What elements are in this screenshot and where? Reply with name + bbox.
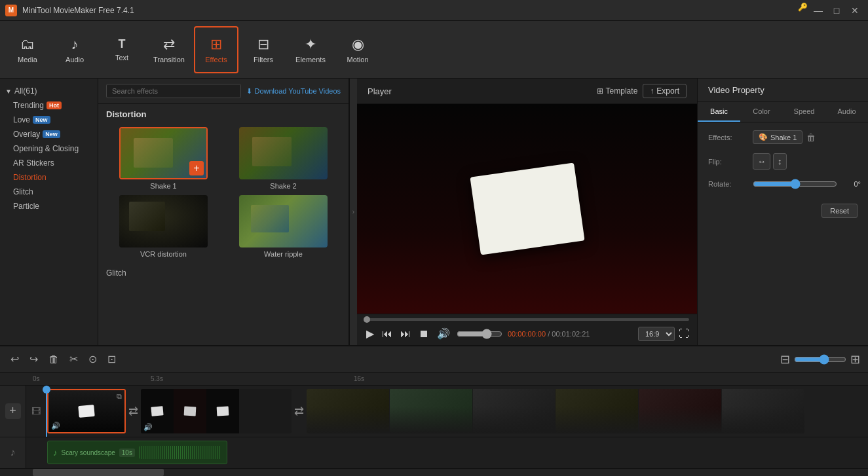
shake2-thumb[interactable] — [239, 127, 328, 179]
audio-track: ♪ Scary soundscape 10s — [26, 437, 868, 468]
fullscreen-button[interactable]: ⛶ — [679, 328, 689, 340]
crop-button[interactable]: ⊡ — [105, 350, 119, 368]
redo-button[interactable]: ↪ — [27, 350, 41, 368]
toolbar-motion[interactable]: ◉ Motion — [335, 26, 380, 73]
next-button[interactable]: ⏭ — [399, 327, 412, 341]
elements-icon: ✦ — [305, 36, 316, 53]
minimize-button[interactable]: — — [810, 3, 826, 18]
sidebar-item-ar-stickers[interactable]: AR Stickers — [0, 156, 98, 170]
ar-stickers-label: AR Stickers — [13, 158, 54, 168]
flip-vertical-button[interactable]: ↕ — [773, 153, 787, 170]
delete-clip-button[interactable]: 🗑 — [46, 351, 62, 368]
player-area: Player ⊞ Template ↑ Export — [357, 79, 698, 345]
clip1-volume-icon: 🔊 — [51, 422, 60, 430]
effect-delete-button[interactable]: 🗑 — [806, 132, 816, 143]
add-media-button[interactable]: + — [5, 403, 21, 419]
progress-dot[interactable] — [364, 316, 370, 323]
timeline-scrollbar[interactable] — [0, 468, 868, 476]
toolbar-elements[interactable]: ✦ Elements — [288, 26, 333, 73]
ruler-mark-0: 0s — [33, 375, 40, 382]
template-button[interactable]: ⊞ Template — [597, 86, 638, 96]
close-button[interactable]: ✕ — [847, 3, 863, 18]
transition-2[interactable]: ⇄ — [293, 404, 305, 418]
sidebar-item-distortion[interactable]: Distortion — [0, 170, 98, 185]
video-track-icon-area: 🎞 — [26, 406, 46, 416]
play-button[interactable]: ▶ — [365, 326, 375, 341]
zoom-in-button[interactable]: ⊞ — [850, 352, 860, 367]
toolbar-audio[interactable]: ♪ Audio — [52, 26, 97, 73]
video-clip-3[interactable] — [307, 389, 804, 433]
effect-shake2[interactable]: Shake 2 — [226, 127, 341, 190]
toolbar-effects[interactable]: ⊞ Effects — [194, 26, 238, 73]
clip3-frames — [307, 389, 804, 433]
clip3-frame6 — [722, 389, 804, 433]
download-youtube-link[interactable]: ⬇ Download YouTube Videos — [246, 87, 341, 96]
sidebar-item-trending[interactable]: Trending Hot — [0, 98, 98, 113]
tab-basic[interactable]: Basic — [698, 102, 740, 122]
playhead — [46, 386, 47, 437]
effect-ripple[interactable]: Water ripple — [226, 195, 341, 258]
toolbar-filters[interactable]: ⊟ Filters — [241, 26, 286, 73]
zoom-slider[interactable] — [794, 354, 846, 365]
playhead-dot — [43, 386, 50, 394]
video-clip-2[interactable]: 🔊 — [141, 389, 292, 433]
audio-separate-button[interactable]: ⊙ — [86, 350, 100, 368]
toolbar-text[interactable]: T Text — [100, 26, 144, 73]
tab-audio[interactable]: Audio — [825, 102, 868, 122]
toolbar-media[interactable]: 🗂 Media — [5, 26, 50, 73]
export-button[interactable]: ↑ Export — [643, 84, 687, 98]
tab-color[interactable]: Color — [740, 102, 783, 122]
sidebar-item-opening-closing[interactable]: Opening & Closing — [0, 141, 98, 156]
figure-silhouette-5 — [639, 407, 721, 433]
motion-icon: ◉ — [352, 36, 364, 53]
zoom-out-button[interactable]: ⊟ — [780, 352, 790, 367]
ripple-thumb[interactable] — [239, 195, 328, 247]
audio-clip-1[interactable]: ♪ Scary soundscape 10s — [47, 441, 227, 464]
toolbar-transition[interactable]: ⇄ Transition — [147, 26, 191, 73]
tab-speed[interactable]: Speed — [783, 102, 825, 122]
reset-button[interactable]: Reset — [821, 204, 858, 218]
figure-silhouette-6 — [722, 407, 804, 433]
undo-button[interactable]: ↩ — [8, 350, 22, 368]
clip2-frames — [141, 389, 292, 433]
aspect-ratio-select[interactable]: 16:99:161:14:3 — [638, 327, 675, 341]
effect-shake1[interactable]: + Shake 1 — [106, 127, 221, 190]
shake1-label: Shake 1 — [150, 182, 176, 190]
timeline-tools-left: ↩ ↪ 🗑 ✂ ⊙ ⊡ — [8, 350, 119, 368]
timeline-left-icons: + ♪ — [0, 386, 26, 468]
video-track: 🎞 🔊 ⧉ ⇄ — [26, 386, 868, 437]
progress-bar[interactable] — [365, 318, 689, 321]
effects-grid: + Shake 1 Shake 2 V — [98, 124, 349, 266]
timeline-toolbar: ↩ ↪ 🗑 ✂ ⊙ ⊡ ⊟ ⊞ — [0, 346, 868, 373]
collapse-handle[interactable]: › — [349, 79, 357, 345]
transition-1[interactable]: ⇄ — [127, 404, 140, 418]
cut-button[interactable]: ✂ — [67, 350, 81, 368]
volume-button[interactable]: 🔊 — [436, 326, 451, 341]
video-property-panel: Video Property Basic Color Speed Audio E… — [698, 79, 868, 345]
figure-silhouette-3 — [473, 407, 556, 433]
sidebar-item-particle[interactable]: Particle — [0, 199, 98, 213]
scrollbar-thumb[interactable] — [33, 469, 164, 476]
vcr-thumb[interactable] — [119, 195, 208, 247]
export-label: Export — [656, 86, 679, 96]
sidebar-item-all[interactable]: ▼ All(61) — [0, 84, 98, 98]
ripple-thumbnail — [239, 195, 328, 247]
video-clip-1[interactable]: 🔊 ⧉ — [47, 389, 126, 433]
search-effects-input[interactable] — [106, 84, 241, 98]
clip3-frame2 — [390, 389, 472, 433]
maximize-button[interactable]: □ — [829, 3, 844, 18]
sidebar-item-overlay[interactable]: Overlay New — [0, 127, 98, 141]
sidebar-item-love[interactable]: Love New — [0, 113, 98, 127]
shake1-thumb[interactable]: + — [119, 127, 208, 179]
sidebar-item-glitch[interactable]: Glitch — [0, 185, 98, 199]
toolbar-text-label: Text — [115, 54, 128, 62]
rotate-slider[interactable] — [753, 179, 837, 189]
stop-button[interactable]: ⏹ — [417, 327, 430, 341]
flip-horizontal-button[interactable]: ↔ — [753, 153, 770, 170]
prev-button[interactable]: ⏮ — [381, 327, 394, 341]
shake1-add-button[interactable]: + — [189, 161, 204, 175]
volume-slider[interactable] — [457, 329, 502, 339]
track-clips-area: 🎞 🔊 ⧉ ⇄ — [26, 386, 868, 468]
effect-vcr[interactable]: VCR distortion — [106, 195, 221, 258]
download-icon: ⬇ — [246, 87, 252, 96]
